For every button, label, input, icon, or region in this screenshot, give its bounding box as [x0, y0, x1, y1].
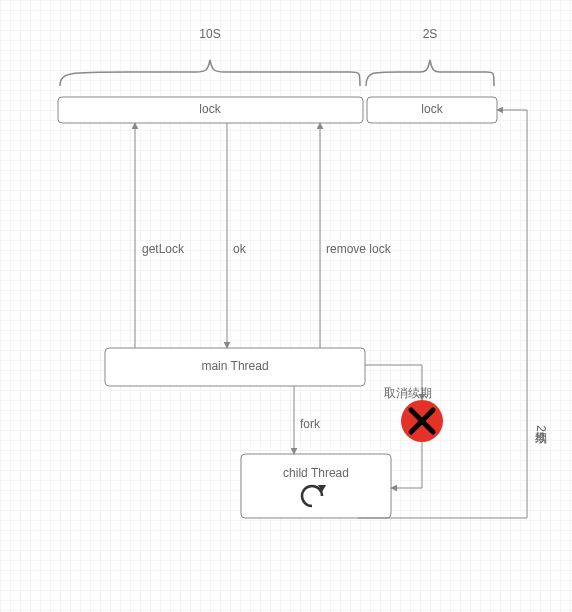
arrow-ok-label: ok — [233, 242, 247, 256]
child-thread-label: child Thread — [283, 466, 349, 480]
arrow-remove-lock-label: remove lock — [326, 242, 392, 256]
main-thread-label: main Thread — [201, 359, 268, 373]
brace-2-label: 2S — [423, 27, 438, 41]
arrow-fork-label: fork — [300, 417, 321, 431]
lock-box-2-label: lock — [421, 102, 443, 116]
arrow-cancel-to-child — [391, 442, 422, 488]
arrow-renew-label: 续期 2s — [534, 422, 548, 444]
cancel-icon — [401, 400, 443, 442]
arrow-getlock-label: getLock — [142, 242, 185, 256]
arrow-cancel-label: 取消续期 — [384, 386, 432, 400]
brace-2 — [366, 60, 494, 86]
diagram-canvas: 10S 2S lock lock main Thread child Threa… — [0, 0, 572, 612]
brace-1-label: 10S — [199, 27, 220, 41]
lock-box-1-label: lock — [199, 102, 221, 116]
brace-1 — [60, 60, 360, 86]
